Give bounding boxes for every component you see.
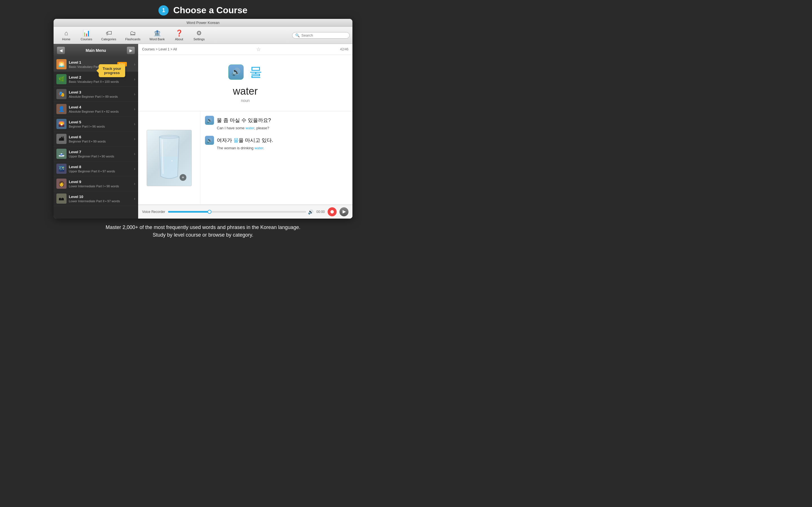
- level-list: 🌅 Level 1 Basic Vocabulary Part I • 87 w…: [54, 57, 138, 219]
- toolbar-settings[interactable]: ⚙ Settings: [189, 29, 209, 42]
- level-item[interactable]: 🌃 Level 8 Upper Beginner Part II • 97 wo…: [54, 161, 138, 176]
- mini-audio-button-2[interactable]: 🔊: [205, 136, 214, 145]
- level-9-desc: Lower Intermediate Part I • 98 words: [69, 184, 134, 188]
- level-item[interactable]: 🌅 Level 1 Basic Vocabulary Part I • 87 w…: [54, 57, 138, 72]
- right-panel: Courses > Level 1 > All ☆ 42/46 🔊 물 wate…: [138, 44, 352, 219]
- speaker-icon: 🔊: [232, 68, 241, 76]
- svg-point-0: [159, 135, 179, 138]
- english-sentence-1: Can I have some water, please?: [205, 126, 348, 130]
- page-count: 42/46: [340, 47, 349, 51]
- breadcrumb: Courses > Level 1 > All: [142, 47, 177, 51]
- level-item[interactable]: 🌿 Level 2 Basic Vocabulary Part II • 100…: [54, 72, 138, 87]
- sidebar: ◀ Main Menu ▶ 🌅 Level 1 Basic Vocabulary…: [54, 44, 138, 219]
- level-item[interactable]: 🏙 Level 6 Beginner Part II • 99 words ›: [54, 131, 138, 147]
- step-badge: 1: [158, 5, 168, 15]
- level-4-name: Level 4: [69, 105, 134, 109]
- progress-fill: [168, 211, 209, 213]
- level-5-desc: Beginner Part I • 96 words: [69, 125, 134, 128]
- level-8-desc: Upper Beginner Part II • 97 words: [69, 170, 134, 173]
- level-item[interactable]: 🏘 Level 10 Lower Intermediate Part II • …: [54, 191, 138, 206]
- sentence-2-korean: 🔊 여자가 물을 마시고 있다.: [205, 136, 348, 145]
- chevron-icon: ›: [134, 136, 135, 141]
- toolbar-about-label: About: [175, 38, 183, 41]
- level-6-name: Level 6: [69, 135, 134, 139]
- toolbar-courses[interactable]: 📊 Courses: [76, 29, 97, 42]
- chevron-icon: ›: [134, 92, 135, 96]
- level-item[interactable]: 👩 Level 9 Lower Intermediate Part I • 98…: [54, 176, 138, 191]
- about-icon: ❓: [175, 30, 183, 37]
- categories-icon: 🏷: [106, 30, 112, 37]
- word-icons: 🔊 물: [229, 63, 262, 81]
- chevron-icon: ›: [134, 152, 135, 156]
- word-display: 🔊 물 water noun: [138, 55, 352, 111]
- level-3-desc: Absolute Beginner Part I • 89 words: [69, 95, 134, 98]
- sidebar-title: Main Menu: [68, 48, 124, 53]
- footer-line-1: Master 2,000+ of the most frequently use…: [6, 224, 400, 231]
- toolbar-courses-label: Courses: [81, 38, 92, 41]
- toolbar: ⌂ Home 📊 Courses 🏷 Categories 🗂 Flashcar…: [54, 27, 352, 44]
- image-panel: +: [138, 111, 200, 205]
- highlight-word-2: water: [255, 146, 263, 150]
- level-7-thumb: 🗻: [56, 149, 66, 159]
- level-item[interactable]: 🌄 Level 5 Beginner Part I • 96 words ›: [54, 117, 138, 131]
- level-item[interactable]: 🗻 Level 7 Upper Beginner Part I • 90 wor…: [54, 147, 138, 161]
- korean-text-1: 물 좀 마실 수 있을까요?: [217, 117, 271, 124]
- level-10-desc: Lower Intermediate Part II • 97 words: [69, 200, 134, 203]
- toolbar-home[interactable]: ⌂ Home: [56, 29, 76, 42]
- toolbar-wordbank[interactable]: 🏦 Word Bank: [145, 29, 169, 42]
- back-button[interactable]: ◀: [57, 47, 65, 54]
- star-button[interactable]: ☆: [256, 46, 261, 52]
- chevron-icon: ›: [134, 181, 135, 186]
- toolbar-flashcards[interactable]: 🗂 Flashcards: [121, 29, 145, 42]
- level-3-info: Level 3 Absolute Beginner Part I • 89 wo…: [69, 90, 134, 98]
- time-display: 00:00: [316, 210, 325, 214]
- chevron-icon: ›: [134, 196, 135, 201]
- toolbar-home-label: Home: [62, 38, 70, 41]
- forward-button[interactable]: ▶: [127, 47, 135, 54]
- sentence-item: 🔊 물 좀 마실 수 있을까요? Can I have some water, …: [205, 116, 348, 130]
- korean-word: 물: [249, 63, 262, 81]
- mini-audio-button-1[interactable]: 🔊: [205, 116, 214, 125]
- top-header: 1 Choose a Course: [0, 0, 406, 19]
- search-box[interactable]: 🔍: [292, 32, 350, 39]
- courses-icon: 📊: [83, 30, 90, 37]
- korean-text-2: 여자가 물을 마시고 있다.: [217, 137, 273, 144]
- flashcards-icon: 🗂: [130, 30, 136, 37]
- mini-speaker-icon-1: 🔊: [207, 118, 212, 123]
- level-10-info: Level 10 Lower Intermediate Part II • 97…: [69, 194, 134, 203]
- mini-speaker-icon-2: 🔊: [207, 138, 212, 143]
- level-10-thumb: 🏘: [56, 193, 66, 204]
- sidebar-header: ◀ Main Menu ▶: [54, 44, 138, 57]
- page-title: Choose a Course: [173, 5, 247, 15]
- progress-tooltip: Track yourprogress: [99, 64, 125, 77]
- sentence-1-korean: 🔊 물 좀 마실 수 있을까요?: [205, 116, 348, 125]
- level-2-desc: Basic Vocabulary Part II • 100 words: [69, 80, 134, 83]
- search-input[interactable]: [301, 33, 347, 38]
- breadcrumb-text: Courses > Level 1 > All: [142, 47, 177, 51]
- glass-image: +: [147, 130, 192, 186]
- chevron-icon: ›: [134, 166, 135, 171]
- volume-icon: 🔊: [308, 209, 313, 215]
- toolbar-categories-label: Categories: [101, 38, 116, 41]
- level-item[interactable]: 🎭 Level 3 Absolute Beginner Part I • 89 …: [54, 87, 138, 102]
- footer-text: Master 2,000+ of the most frequently use…: [0, 219, 406, 239]
- toolbar-about[interactable]: ❓ About: [169, 29, 189, 42]
- level-6-desc: Beginner Part II • 99 words: [69, 140, 134, 143]
- play-button[interactable]: [340, 207, 349, 216]
- zoom-button[interactable]: +: [180, 174, 186, 181]
- progress-thumb: [207, 210, 211, 214]
- level-2-thumb: 🌿: [56, 74, 66, 84]
- audio-button[interactable]: 🔊: [229, 64, 244, 80]
- progress-track[interactable]: [168, 211, 306, 213]
- home-icon: ⌂: [64, 30, 68, 37]
- breadcrumb-bar: Courses > Level 1 > All ☆ 42/46: [138, 44, 352, 55]
- word-pos: noun: [241, 98, 250, 103]
- toolbar-categories[interactable]: 🏷 Categories: [97, 29, 121, 42]
- highlight-word-1: water: [246, 126, 254, 130]
- level-7-desc: Upper Beginner Part I • 90 words: [69, 155, 134, 158]
- record-button[interactable]: [327, 207, 337, 216]
- window-titlebar: Word Power Korean: [54, 19, 352, 27]
- window-title: Word Power Korean: [187, 20, 220, 25]
- level-item[interactable]: 👤 Level 4 Absolute Beginner Part II • 82…: [54, 102, 138, 117]
- level-4-info: Level 4 Absolute Beginner Part II • 82 w…: [69, 105, 134, 113]
